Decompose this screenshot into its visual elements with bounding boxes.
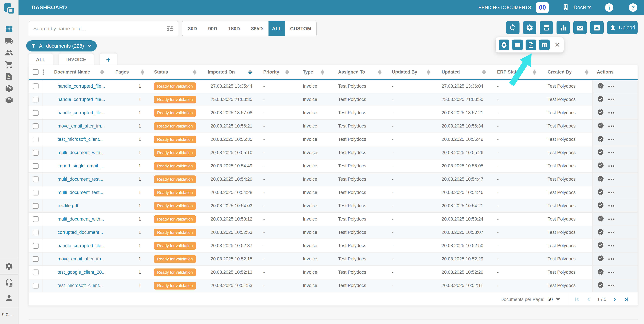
document-name-link[interactable]: import_single_email_...	[58, 163, 104, 168]
popup-log-button[interactable]: LOG	[526, 40, 536, 50]
sort-control-assigned-to[interactable]	[378, 70, 382, 75]
validate-badge-icon[interactable]	[597, 255, 604, 263]
sort-control-pages[interactable]	[141, 70, 144, 75]
search-input[interactable]: Search by name or Id...	[28, 21, 178, 36]
row-menu-icon[interactable]	[608, 232, 614, 233]
validate-badge-icon[interactable]	[597, 122, 604, 130]
export-button[interactable]	[590, 21, 604, 34]
validate-badge-icon[interactable]	[597, 109, 604, 117]
sync-button[interactable]	[506, 21, 520, 34]
row-checkbox[interactable]	[33, 243, 38, 249]
row-menu-icon[interactable]	[608, 139, 614, 140]
document-name-link[interactable]: multi_document_with...	[58, 150, 104, 155]
analytics-button[interactable]	[556, 21, 570, 34]
document-name-link[interactable]: multi_document_test...	[58, 190, 103, 195]
document-name-link[interactable]: handle_corrupted_file...	[58, 84, 105, 89]
sort-control-status[interactable]	[193, 70, 196, 75]
validate-badge-icon[interactable]	[597, 188, 604, 196]
sort-control-imported-on[interactable]	[248, 70, 252, 75]
row-menu-icon[interactable]	[608, 86, 614, 87]
filter-tune-icon[interactable]	[166, 25, 174, 32]
sidebar-item-dashboard[interactable]	[0, 24, 18, 34]
sort-control-type[interactable]	[321, 70, 324, 75]
row-checkbox[interactable]	[33, 110, 38, 116]
validate-badge-icon[interactable]	[597, 82, 604, 90]
sidebar-item-support[interactable]	[0, 277, 18, 288]
document-name-link[interactable]: corrupted_document...	[58, 230, 103, 235]
row-checkbox[interactable]	[33, 150, 38, 156]
sidebar-item-contacts[interactable]	[0, 48, 18, 58]
document-name-link[interactable]: handle_corrupted_file...	[58, 97, 105, 102]
row-checkbox[interactable]	[33, 270, 38, 275]
sidebar-item-shopping-cart[interactable]	[0, 59, 18, 70]
row-menu-icon[interactable]	[608, 218, 614, 220]
document-filter-dropdown[interactable]: All documents (228)	[26, 40, 97, 52]
validate-badge-icon[interactable]	[597, 242, 604, 250]
help-icon[interactable]: ?	[629, 3, 637, 12]
popup-keyboard-button[interactable]	[512, 40, 523, 50]
sort-control-priority[interactable]	[285, 70, 289, 75]
sort-control-created-by[interactable]	[585, 70, 588, 75]
row-checkbox[interactable]	[33, 203, 38, 209]
document-name-link[interactable]: move_email_after_im...	[58, 124, 105, 128]
popup-columns-button[interactable]	[539, 40, 550, 50]
document-name-link[interactable]: test_microsoft_client...	[58, 137, 103, 142]
date-filter-90d[interactable]: 90D	[202, 21, 223, 36]
prev-page-icon[interactable]	[586, 296, 592, 302]
validate-badge-icon[interactable]	[597, 202, 604, 210]
date-filter-180d[interactable]: 180D	[223, 21, 246, 36]
row-checkbox[interactable]	[33, 123, 38, 129]
validate-badge-icon[interactable]	[597, 136, 604, 143]
validate-badge-icon[interactable]	[597, 228, 604, 236]
row-menu-icon[interactable]	[608, 99, 614, 100]
row-checkbox[interactable]	[33, 230, 38, 235]
document-name-link[interactable]: test_microsoft_client...	[58, 283, 103, 288]
first-page-icon[interactable]	[574, 296, 580, 302]
row-menu-icon[interactable]	[608, 205, 614, 206]
date-filter-custom[interactable]: CUSTOM	[285, 21, 316, 36]
add-tab-button[interactable]: +	[100, 54, 117, 66]
date-filter-all[interactable]: ALL	[268, 21, 285, 36]
sort-control-document-name[interactable]	[100, 70, 104, 75]
document-name-link[interactable]: test_google_client_20...	[58, 270, 106, 275]
sidebar-item-package[interactable]	[0, 83, 18, 94]
row-menu-icon[interactable]	[608, 272, 614, 273]
validate-badge-icon[interactable]	[597, 282, 604, 290]
docbits-logo[interactable]	[3, 2, 16, 16]
scan-button[interactable]	[540, 21, 553, 34]
info-icon[interactable]: i	[605, 3, 614, 12]
row-menu-icon[interactable]	[608, 192, 614, 193]
row-checkbox[interactable]	[33, 136, 38, 142]
popup-close-icon[interactable]: ✕	[554, 42, 560, 48]
validate-badge-icon[interactable]	[597, 215, 604, 223]
row-menu-icon[interactable]	[608, 179, 614, 180]
sidebar-item-invoices[interactable]: $	[0, 71, 18, 82]
sort-control-updated-by[interactable]	[427, 70, 430, 75]
popup-settings-button[interactable]	[499, 40, 510, 50]
row-checkbox[interactable]	[33, 84, 38, 89]
row-menu-icon[interactable]	[608, 165, 614, 167]
row-menu-icon[interactable]	[608, 285, 614, 286]
sidebar-item-settings[interactable]	[0, 261, 18, 272]
per-page-caret-icon[interactable]	[556, 298, 560, 300]
settings-button[interactable]	[523, 21, 536, 34]
tab-all[interactable]: ALL	[28, 54, 53, 66]
sidebar-item-shipments[interactable]	[0, 35, 18, 46]
document-name-link[interactable]: move_email_after_im...	[58, 256, 105, 262]
sort-control-updated[interactable]	[482, 70, 486, 75]
row-menu-icon[interactable]	[608, 245, 614, 246]
sort-control-erp-status[interactable]	[533, 70, 536, 75]
select-all-checkbox[interactable]	[33, 69, 38, 75]
row-menu-icon[interactable]	[608, 112, 614, 114]
validate-badge-icon[interactable]	[597, 96, 604, 104]
date-filter-365d[interactable]: 365D	[246, 21, 268, 36]
row-checkbox[interactable]	[33, 176, 38, 182]
row-checkbox[interactable]	[33, 97, 38, 102]
row-checkbox[interactable]	[33, 216, 38, 222]
validate-badge-icon[interactable]	[597, 268, 604, 276]
row-menu-icon[interactable]	[608, 126, 614, 127]
document-name-link[interactable]: multi_document_test...	[58, 177, 103, 182]
upload-button[interactable]: Upload	[607, 21, 638, 34]
document-name-link[interactable]: handle_corrupted_file...	[58, 243, 105, 248]
row-checkbox[interactable]	[33, 163, 38, 169]
